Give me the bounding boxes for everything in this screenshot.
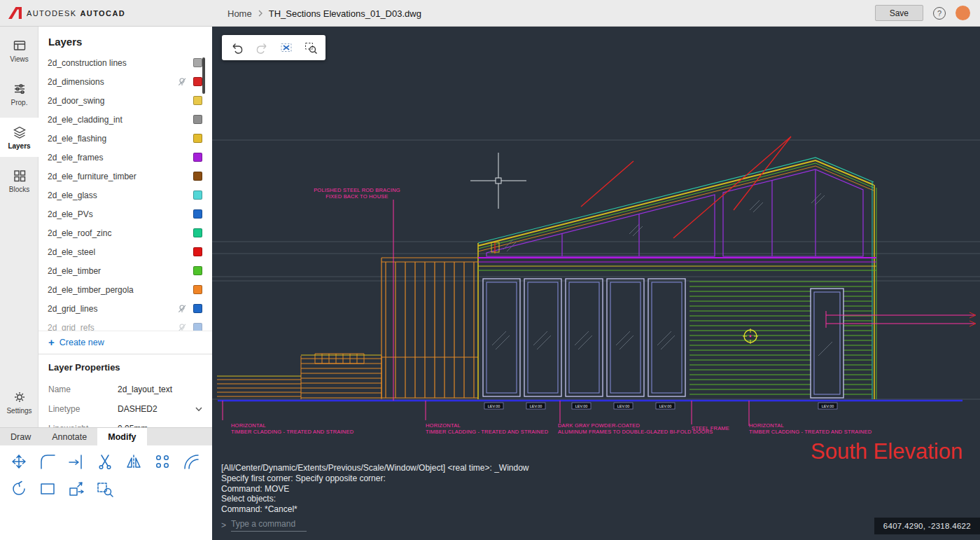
svg-text:LEV.00: LEV.00 [617,404,630,408]
layer-row[interactable]: 2d_ele_timber [38,261,212,280]
layer-color-swatch[interactable] [193,209,202,219]
layer-color-swatch[interactable] [193,134,202,143]
layer-color-swatch[interactable] [193,153,202,162]
breadcrumb: Home TH_Sections Elevations_01_D03.dwg [227,0,421,27]
undo-button[interactable] [229,39,246,56]
trim-tool-icon[interactable] [67,452,85,471]
command-history-line: Specify first corner: Specify opposite c… [221,473,529,484]
note-cladding-left-line2: TIMBER CLADDING - TREATED AND STRAINED [231,429,354,435]
rotate-tool-icon[interactable] [10,480,28,498]
zoom-object-tool-icon[interactable] [96,480,114,498]
layer-name-field[interactable]: 2d_layout_text [118,385,172,394]
layer-color-swatch[interactable] [193,247,202,256]
layer-row[interactable]: 2d_grid_refs [38,318,212,331]
level-marker: LEV.00 [526,403,545,409]
tab-draw[interactable]: Draw [0,428,41,445]
redo-button[interactable] [253,39,270,56]
layer-color-swatch[interactable] [193,115,202,124]
layer-name: 2d_door_swing [48,96,188,106]
explode-tool-icon[interactable] [67,480,85,498]
sidebar-item-layers[interactable]: Layers [0,118,38,157]
level-marker: LEV.00 [614,403,633,409]
layer-off-icon[interactable] [177,77,188,87]
layer-row[interactable]: 2d_construction lines [38,53,212,72]
sidebar-item-properties[interactable]: Prop. [0,74,38,113]
zoom-window-button[interactable] [302,39,319,56]
level-marker: LEV.00 [484,403,503,409]
layer-color-swatch[interactable] [193,96,202,105]
command-input[interactable]: > Type a command [221,519,529,532]
breadcrumb-home[interactable]: Home [227,8,252,19]
sidebar-item-settings[interactable]: Settings [0,382,38,422]
layer-color-swatch[interactable] [193,323,202,331]
redo-icon [255,41,269,55]
user-avatar[interactable] [955,6,970,20]
save-button[interactable]: Save [875,5,923,21]
break-tool-icon[interactable] [96,452,114,471]
layer-row[interactable]: 2d_dimensions [38,72,212,91]
layer-row[interactable]: 2d_ele_frames [38,148,212,167]
layer-color-swatch[interactable] [193,285,202,294]
properties-icon [13,82,27,96]
mirror-tool-icon[interactable] [125,452,143,471]
create-new-layer-button[interactable]: + Create new [38,331,212,354]
layer-row[interactable]: 2d_ele_flashing [38,129,212,148]
property-label: Linetype [48,404,118,414]
select-window-button[interactable] [278,39,295,56]
canvas-toolbar [222,35,326,60]
layer-row[interactable]: 2d_grid_lines [38,299,212,318]
layer-color-swatch[interactable] [193,58,202,67]
layer-color-swatch[interactable] [193,304,202,313]
layer-row[interactable]: 2d_ele_furniture_timber [38,167,212,186]
array-tool-icon[interactable] [153,452,172,471]
layer-color-swatch[interactable] [193,191,202,200]
layer-properties-title: Layer Properties [48,362,202,373]
sidebar-item-label: Prop. [11,99,28,106]
layer-color-swatch[interactable] [193,172,202,181]
coordinates-readout: 6407.4290, -2318.4622 [874,518,980,534]
layer-name: 2d_ele_roof_zinc [48,228,188,238]
drawing-canvas[interactable]: LEV.00 LEV.00 LEV.00 LEV.00 LEV.00 LEV.0… [212,27,980,540]
frame-band [478,258,876,270]
brand: AUTODESK AUTOCAD [0,7,125,19]
offset-tool-icon[interactable] [182,452,200,471]
tab-annotate[interactable]: Annotate [41,428,97,445]
layer-off-icon[interactable] [177,323,188,331]
brand-autocad: AUTOCAD [80,9,126,18]
clerestory-glazing [486,169,863,256]
sidebar-item-blocks[interactable]: Blocks [0,161,38,200]
modify-tools-panel [0,445,212,540]
layer-color-swatch[interactable] [193,77,202,86]
select-window-icon [279,41,293,55]
note-bracing-line1: POLISHED STEEL ROD BRACING [314,187,400,193]
layer-color-swatch[interactable] [193,228,202,237]
layer-color-swatch[interactable] [193,266,202,275]
layer-row[interactable]: 2d_ele_steel [38,242,212,261]
layer-row[interactable]: 2d_ele_PVs [38,205,212,223]
help-button[interactable]: ? [933,7,946,20]
property-row-linetype: Linetype DASHED2 [48,399,202,419]
tab-modify[interactable]: Modify [97,428,146,445]
command-history-line: Select objects: [221,494,529,504]
entry-door [811,289,844,398]
sidebar-item-views[interactable]: Views [0,31,38,70]
layer-list-scrollbar[interactable] [202,57,205,94]
layer-row[interactable]: 2d_ele_timber_pergola [38,280,212,299]
note-bracing-line2: FIXED BACK TO HOUSE [326,193,388,200]
fillet-tool-icon[interactable] [38,452,57,471]
rectangle-tool-icon[interactable] [38,480,57,498]
sidebar-item-label: Blocks [9,186,29,193]
command-history-line: [All/Center/Dynamic/Extents/Previous/Sca… [221,463,529,473]
layer-row[interactable]: 2d_ele_roof_zinc [38,223,212,242]
layer-row[interactable]: 2d_door_swing [38,91,212,110]
topbar-actions: Save ? [875,5,980,21]
layer-row[interactable]: 2d_ele_glass [38,186,212,205]
layer-off-icon[interactable] [177,304,188,314]
linetype-dropdown[interactable]: DASHED2 [118,404,202,414]
command-history-line: Command: MOVE [221,484,529,494]
note-doors-line1: DARK GRAY POWDER-COATED [558,422,640,429]
svg-text:LEV.00: LEV.00 [822,404,834,408]
note-cladding-left-line1: HORIZONTAL [231,422,266,429]
layer-row[interactable]: 2d_ele_cladding_int [38,110,212,129]
move-tool-icon[interactable] [10,452,28,471]
